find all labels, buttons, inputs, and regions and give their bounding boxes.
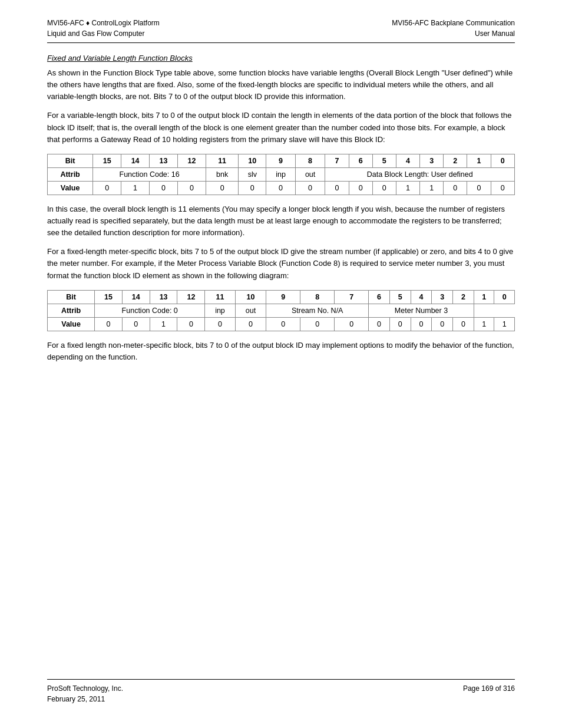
table1-value-row: Value 0 1 0 0 0 0 0 0 0 0 0 1 1 0 0 0 bbox=[48, 181, 515, 195]
table1-v4: 1 bbox=[396, 181, 419, 195]
table1-bit-13: 13 bbox=[150, 154, 178, 167]
table1-value-label: Value bbox=[48, 181, 93, 195]
table1-attrib-fc: Function Code: 16 bbox=[93, 167, 206, 181]
table1-v2: 0 bbox=[444, 181, 467, 195]
footer-company: ProSoft Technology, Inc. bbox=[47, 683, 123, 694]
table1-attrib-slv: slv bbox=[239, 167, 266, 181]
table1-v9: 0 bbox=[266, 181, 295, 195]
table2-bit-4: 4 bbox=[411, 290, 432, 304]
footer-page: Page 169 of 316 bbox=[463, 683, 515, 694]
table1-bit-3: 3 bbox=[420, 154, 444, 167]
table1-v7: 0 bbox=[325, 181, 349, 195]
table1-bit-5: 5 bbox=[372, 154, 396, 167]
table1-bit-9: 9 bbox=[266, 154, 295, 167]
table2-v6: 0 bbox=[369, 317, 390, 331]
table1-v5: 0 bbox=[372, 181, 396, 195]
table1-v11: 0 bbox=[206, 181, 238, 195]
table2-bit-13: 13 bbox=[150, 290, 177, 304]
table1-bit-11: 11 bbox=[206, 154, 238, 167]
table2-attrib-out: out bbox=[235, 304, 266, 317]
table2-v14: 0 bbox=[122, 317, 150, 331]
table1-attrib-dbl: Data Block Length: User defined bbox=[325, 167, 515, 181]
page-header: MVI56-AFC ♦ ControlLogix Platform Liquid… bbox=[47, 18, 515, 39]
table2-bit-14: 14 bbox=[122, 290, 150, 304]
table1-v13: 0 bbox=[150, 181, 178, 195]
table2-bit-0: 0 bbox=[494, 290, 515, 304]
table2-v4: 0 bbox=[411, 317, 432, 331]
table2-bit-row: Bit 15 14 13 12 11 10 9 8 7 6 5 4 3 2 1 bbox=[48, 290, 515, 304]
table1-bit-8: 8 bbox=[295, 154, 325, 167]
table1-bit-7: 7 bbox=[325, 154, 349, 167]
table1-bit-10: 10 bbox=[239, 154, 266, 167]
table2-bit-6: 6 bbox=[369, 290, 390, 304]
table2-bit-9: 9 bbox=[266, 290, 300, 304]
table1-bit-label: Bit bbox=[48, 154, 93, 167]
header-right-line1: MVI56-AFC Backplane Communication bbox=[392, 18, 515, 28]
paragraph-2: For a variable-length block, bits 7 to 0… bbox=[47, 110, 515, 145]
header-right-line2: User Manual bbox=[392, 28, 515, 39]
table1-container: Bit 15 14 13 12 11 10 9 8 7 6 5 4 3 2 1 bbox=[47, 154, 515, 195]
table1: Bit 15 14 13 12 11 10 9 8 7 6 5 4 3 2 1 bbox=[47, 154, 515, 195]
table2-v0: 1 bbox=[494, 317, 515, 331]
table1-attrib-bnk: bnk bbox=[206, 167, 238, 181]
table2-bit-8: 8 bbox=[300, 290, 335, 304]
header-divider bbox=[47, 42, 515, 43]
table2-value-row: Value 0 0 1 0 0 0 0 0 0 0 0 0 0 0 1 1 bbox=[48, 317, 515, 331]
table1-v1: 0 bbox=[467, 181, 491, 195]
table2-bit-15: 15 bbox=[95, 290, 123, 304]
table1-bit-row: Bit 15 14 13 12 11 10 9 8 7 6 5 4 3 2 1 bbox=[48, 154, 515, 167]
table1-bit-6: 6 bbox=[349, 154, 372, 167]
paragraph-4: For a fixed-length meter-specific block,… bbox=[47, 246, 515, 281]
table2-v1: 1 bbox=[474, 317, 494, 331]
paragraph-1: As shown in the Function Block Type tabl… bbox=[47, 67, 515, 103]
table2-v2: 0 bbox=[453, 317, 474, 331]
table2-bit-5: 5 bbox=[389, 290, 411, 304]
paragraph-5: For a fixed length non-meter-specific bl… bbox=[47, 340, 515, 363]
table2-attrib-fc: Function Code: 0 bbox=[95, 304, 205, 317]
table1-attrib-out: out bbox=[295, 167, 325, 181]
page-footer: ProSoft Technology, Inc. February 25, 20… bbox=[47, 679, 515, 704]
table1-bit-12: 12 bbox=[177, 154, 206, 167]
table2: Bit 15 14 13 12 11 10 9 8 7 6 5 4 3 2 1 bbox=[47, 290, 515, 331]
table2-attrib-meter: Meter Number 3 bbox=[369, 304, 474, 317]
table2-bit-11: 11 bbox=[205, 290, 235, 304]
table1-v3: 1 bbox=[420, 181, 444, 195]
table1-attrib-inp: inp bbox=[266, 167, 295, 181]
table2-v9: 0 bbox=[266, 317, 300, 331]
table2-v8: 0 bbox=[300, 317, 335, 331]
footer-date: February 25, 2011 bbox=[47, 694, 123, 704]
table2-v15: 0 bbox=[95, 317, 123, 331]
table2-v12: 0 bbox=[177, 317, 205, 331]
page: MVI56-AFC ♦ ControlLogix Platform Liquid… bbox=[0, 0, 562, 728]
table2-attrib-row: Attrib Function Code: 0 inp out Stream N… bbox=[48, 304, 515, 317]
footer-left: ProSoft Technology, Inc. February 25, 20… bbox=[47, 683, 123, 704]
table2-bit-12: 12 bbox=[177, 290, 205, 304]
table1-v15: 0 bbox=[93, 181, 121, 195]
table2-v7: 0 bbox=[335, 317, 369, 331]
table2-bit-10: 10 bbox=[235, 290, 266, 304]
table1-bit-1: 1 bbox=[467, 154, 491, 167]
table1-v0: 0 bbox=[491, 181, 515, 195]
table2-bit-2: 2 bbox=[453, 290, 474, 304]
paragraph-3: In this case, the overall block length i… bbox=[47, 203, 515, 239]
table2-bit-7: 7 bbox=[335, 290, 369, 304]
table1-v8: 0 bbox=[295, 181, 325, 195]
table2-attrib-stream: Stream No. N/A bbox=[266, 304, 369, 317]
footer-right: Page 169 of 316 bbox=[463, 683, 515, 704]
table1-bit-15: 15 bbox=[93, 154, 121, 167]
header-left-line2: Liquid and Gas Flow Computer bbox=[47, 28, 160, 39]
table2-attrib-label: Attrib bbox=[48, 304, 95, 317]
table1-v6: 0 bbox=[349, 181, 372, 195]
table1-v10: 0 bbox=[239, 181, 266, 195]
table2-value-label: Value bbox=[48, 317, 95, 331]
table2-container: Bit 15 14 13 12 11 10 9 8 7 6 5 4 3 2 1 bbox=[47, 290, 515, 331]
table2-v3: 0 bbox=[432, 317, 453, 331]
table2-v5: 0 bbox=[389, 317, 411, 331]
table1-v12: 0 bbox=[177, 181, 206, 195]
table2-bit-label: Bit bbox=[48, 290, 95, 304]
table2-v11: 0 bbox=[205, 317, 235, 331]
header-right: MVI56-AFC Backplane Communication User M… bbox=[392, 18, 515, 39]
table2-bit-1: 1 bbox=[474, 290, 494, 304]
table1-bit-0: 0 bbox=[491, 154, 515, 167]
header-left: MVI56-AFC ♦ ControlLogix Platform Liquid… bbox=[47, 18, 160, 39]
